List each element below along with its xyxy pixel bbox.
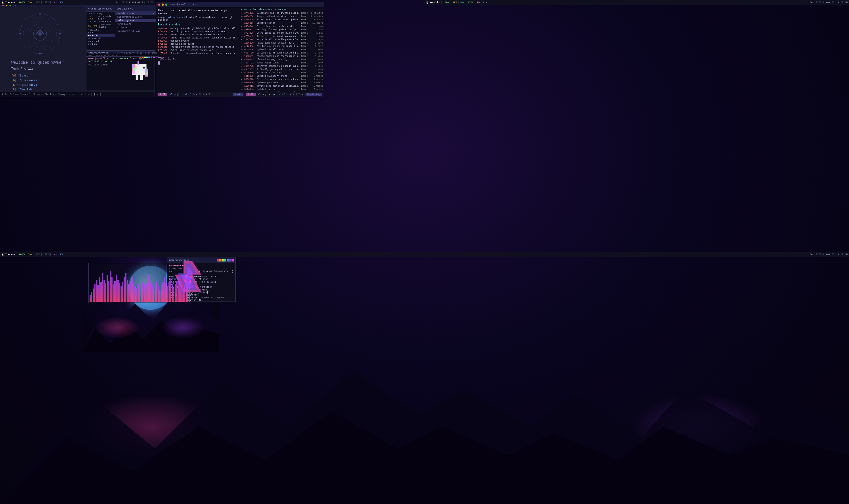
qute-tech-profile-text: Tech Profile — [11, 67, 34, 71]
log-author-1: Emmet — [301, 15, 310, 18]
qute-menu-item-2[interactable]: [S-h] [History] — [11, 83, 39, 88]
git-log-row-16[interactable]: ● e811f28 Improved comment on agenda syn… — [241, 65, 323, 68]
nc-3 — [222, 259, 224, 262]
log-time-14: 1 week — [311, 58, 323, 61]
svg-rect-25 — [140, 75, 143, 80]
git-min-dot[interactable] — [162, 3, 164, 6]
log-msg-11: Updated install notes — [257, 48, 300, 51]
log-hash-20: b00d278 — [244, 78, 256, 81]
git-log-row-10[interactable]: ● cf705d6 Fix for nix parser on install.… — [241, 45, 323, 48]
git-log-row-14[interactable]: ● c006533 Cleaned up magit config Emmet … — [241, 58, 323, 61]
vbar-31 — [138, 284, 139, 302]
git-log-row-24[interactable]: ● 5af5653 Transitioned to flatpak obs fo… — [241, 91, 323, 92]
qute-menu-item-1[interactable]: [b] [Quickmarks] — [11, 78, 39, 83]
log-hash-10: cf705d6 — [244, 45, 256, 48]
fm-name-7: woodland — [88, 40, 99, 43]
git-commit-row-7[interactable]: 2774c0c Extra lines to ensure flakes wor… — [158, 49, 238, 52]
log-hash-4: 095664e — [244, 25, 256, 28]
git-commit-row-6[interactable]: 95f5da2 Testing if auto-cpufreq is syste… — [158, 46, 238, 49]
tb-youtube-label-right[interactable]: Youtube — [430, 1, 440, 4]
vbar-63 — [187, 277, 188, 302]
svg-point-17 — [54, 19, 55, 20]
tb-sep1: | — [16, 1, 18, 4]
git-commit-row-0[interactable]: dee0888 main gitea/main gitlab/main gith… — [158, 27, 238, 30]
git-todos-input-area — [158, 61, 238, 66]
vbar-6 — [99, 277, 100, 302]
git-log-row-19[interactable]: ○ cefd230 Updated uwunicorn theme Emmet … — [241, 75, 323, 78]
vbar-64 — [188, 283, 190, 302]
theme-row-3[interactable]: LICENSE — [115, 26, 159, 30]
qute-menu-item-0[interactable]: [o] [Search] — [11, 74, 39, 78]
log-author-2: Emmet — [301, 18, 310, 21]
git-log-row-7[interactable]: ○ a265ba9 Reverted to original uwunicorn… — [241, 35, 323, 38]
git-cursor — [158, 61, 160, 65]
tb-sep3: | — [33, 1, 35, 4]
taskbar-top-left: 🐧 Youtube | 100% | 59% | 10% | 100% | 1%… — [0, 0, 155, 5]
tbr-misc: 11% — [483, 1, 487, 4]
fm-path-header: uwunicorn-yt — [87, 12, 119, 15]
vbar-16 — [114, 281, 115, 302]
git-log-row-13[interactable]: ○ 1a6b551 Pinned embark and reorganized … — [241, 55, 323, 58]
vbar-54 — [173, 287, 175, 302]
log-hash-14: c006533 — [244, 58, 256, 61]
git-log-row-9[interactable]: ○ 12c5130 Fixes qemu user session uefi E… — [241, 41, 323, 44]
tbb-youtube-label[interactable]: Youtube — [5, 253, 16, 256]
git-log-row-12[interactable]: ● 5a07f10 Getting rid of some electron p… — [241, 52, 323, 55]
theme-row-0[interactable]: background256.txt — [115, 15, 159, 19]
git-log-row-17[interactable]: ○ e1c7253 I finally got agenda + syncthi… — [241, 68, 323, 71]
git-log-row-20[interactable]: ● b00d278 Fixes for waybar and patched c… — [241, 78, 323, 81]
git-titlebar: emmet@snowfire: ~/src — [156, 2, 324, 7]
theme-row-2[interactable]: README.org — [115, 22, 159, 26]
fm-row-5[interactable]: uwunicorn — [87, 34, 119, 37]
commit-msg-4: Updated system — [170, 40, 238, 42]
vbar-49 — [165, 283, 167, 302]
fm-name-1: spaceduck — [99, 21, 111, 23]
git-log-row-23[interactable]: ○ 5a94da4 Updated system Emmet 2 weeks — [241, 88, 323, 91]
git-max-dot[interactable] — [165, 3, 167, 6]
log-msg-1: Ranger dnd optimization + qb filepicke — [257, 15, 300, 18]
filemanager-titlebar: ~/.dotfiles/themes — [87, 6, 119, 12]
git-log-row-18[interactable]: ● df4ee6b 3d printing is cool Emmet 1 we… — [241, 71, 323, 74]
git-log-row-5[interactable]: ○ 5af93d2 Testing if auto-cpufreq is sys… — [241, 28, 323, 31]
log-hash-13: 1a6b551 — [244, 55, 256, 58]
git-log-row-2[interactable]: ● 440c99d Fixes recent qutebrowser updat… — [241, 18, 323, 21]
tb-youtube-label-left[interactable]: Youtube — [5, 1, 16, 4]
git-commit-row-5[interactable]: a95dd60 Removed some bloat — [158, 43, 238, 46]
git-log-row-1[interactable]: ○ 4906f3a Ranger dnd optimization + qb f… — [241, 15, 323, 18]
theme-row-4[interactable]: uwunicorn-yt.yaml — [115, 30, 159, 33]
git-log-row-8[interactable]: ● 1d0f5e4 Extra detail on adding unstabl… — [241, 38, 323, 41]
qute-menu-item-3[interactable]: [t] [New tab] — [11, 87, 39, 92]
git-commit-row-2[interactable]: 4a40fe9 Fixes recent qutebrowser update … — [158, 33, 238, 36]
git-commit-row-3[interactable]: 0700cbb Fixes flake not building when fl… — [158, 36, 238, 39]
vbar-53 — [171, 284, 173, 302]
fm-row-2: RE-.org tomorrow-night — [87, 23, 119, 29]
log-author-14: Emmet — [301, 58, 310, 61]
git-log-row-6[interactable]: ● 3774c0c Extra lines to ensure flakes w… — [241, 32, 323, 35]
vbar-5 — [97, 285, 98, 302]
git-log-row-3[interactable]: ○ a2060dc Updated system Emmet 18 hours — [241, 22, 323, 25]
vbar-23 — [125, 273, 126, 302]
tbb-sep5: | — [50, 253, 51, 256]
log-hash-17: e1c7253 — [244, 68, 256, 71]
log-msg-4: Fixes flake not building when flake.ni — [257, 25, 300, 28]
git-commit-row-1[interactable]: ef0c5da Switching back to gh as screensh… — [158, 30, 238, 33]
git-log-row-11[interactable]: ○ 0c15bcc Updated install notes Emmet 1 … — [241, 48, 323, 51]
git-log-row-22[interactable]: ● a5699f1 Trying some new power optimiza… — [241, 85, 323, 88]
git-log-row-15[interactable]: ○ 39a7f21 Added magit-todos Emmet 1 week — [241, 61, 323, 65]
git-close-dot[interactable] — [158, 3, 160, 6]
git-status-panel: Head: main Fixed all screenshots to be o… — [156, 7, 240, 92]
tbb-sep4: | — [41, 253, 42, 256]
git-log-row-4[interactable]: ● 095664e Fixes flake not building when … — [241, 25, 323, 28]
log-author-3: Emmet — [301, 22, 310, 25]
git-log-row-0[interactable]: ● df4cb3a Switching back to gh/main gith… — [241, 12, 323, 15]
git-commit-row-4[interactable]: bdc2003 Updated system — [158, 40, 238, 42]
log-author-16: Emmet — [301, 65, 310, 68]
theme-row-1[interactable]: polarity.txt — [115, 19, 159, 22]
log-author-24: Emmet — [301, 91, 310, 92]
git-log-list: ● df4cb3a Switching back to gh/main gith… — [241, 12, 323, 92]
git-log-row-21[interactable]: ○ b80b816 Updated pyprland Emmet 2 weeks — [241, 82, 323, 85]
log-time-22: 2 weeks — [311, 85, 323, 88]
log-hash-8: 1d0f5e4 — [244, 38, 256, 41]
git-commit-row-8[interactable]: a265ba9 Reverted to original uwunicorn w… — [158, 52, 238, 55]
log-time-3: 18 hours — [311, 22, 323, 25]
